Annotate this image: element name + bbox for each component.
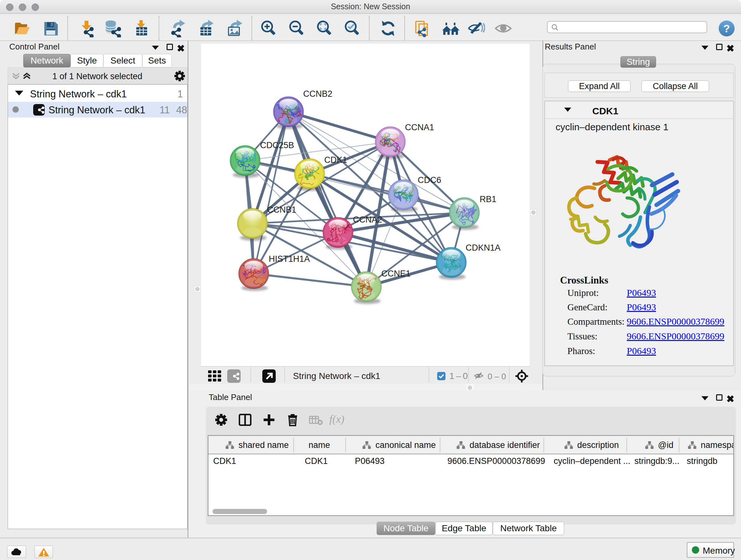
svg-text:CDC6: CDC6 (418, 175, 441, 185)
svg-text:CCNA2: CCNA2 (353, 215, 382, 225)
svg-text:CDK1: CDK1 (324, 155, 347, 165)
svg-text:CDKN1A: CDKN1A (466, 243, 501, 253)
svg-text:CDC25B: CDC25B (260, 140, 294, 150)
svg-text:CCNE1: CCNE1 (381, 269, 411, 278)
svg-text:CCNB2: CCNB2 (303, 89, 333, 99)
svg-text:CCNA1: CCNA1 (405, 123, 434, 132)
svg-text:RB1: RB1 (480, 194, 496, 204)
svg-text:CCNB1: CCNB1 (267, 205, 296, 214)
svg-text:HIST1H1A: HIST1H1A (269, 254, 310, 264)
